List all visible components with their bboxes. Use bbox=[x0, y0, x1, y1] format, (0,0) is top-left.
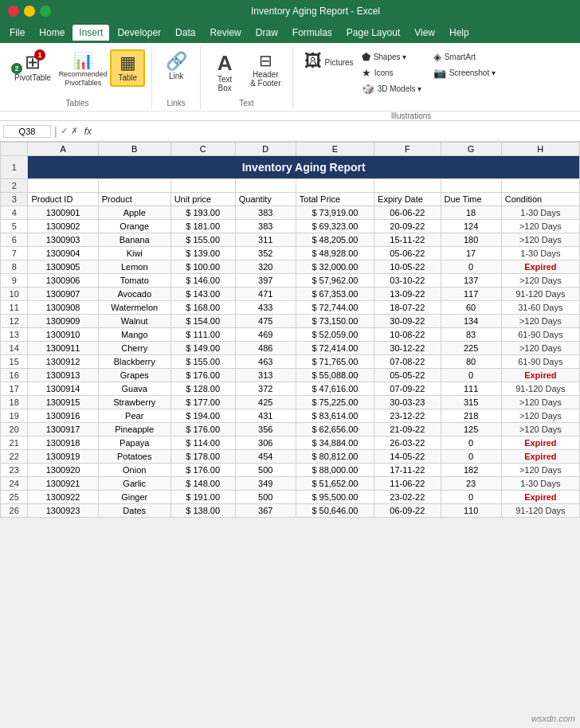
cell-condition[interactable]: >120 Days bbox=[501, 220, 579, 233]
col-e-header[interactable]: E bbox=[296, 143, 374, 156]
cell-product-id[interactable]: 1300914 bbox=[28, 382, 98, 396]
fx-label[interactable]: fx bbox=[84, 126, 92, 137]
cell-unit-price[interactable]: $ 194.00 bbox=[170, 409, 235, 423]
cell-due-time[interactable]: 110 bbox=[441, 504, 501, 518]
cell-condition[interactable]: >120 Days bbox=[501, 396, 579, 409]
cell-product-id[interactable]: 1300907 bbox=[28, 288, 98, 301]
cell-condition[interactable]: 1-30 Days bbox=[501, 206, 579, 220]
cell-unit-price[interactable]: $ 100.00 bbox=[170, 260, 235, 274]
cell-product[interactable]: Avocado bbox=[98, 288, 170, 301]
menu-draw[interactable]: Draw bbox=[249, 25, 284, 41]
cell-quantity[interactable]: 352 bbox=[235, 247, 296, 260]
cell-condition[interactable]: Expired bbox=[501, 491, 579, 504]
cell-product[interactable]: Strawberry bbox=[98, 396, 170, 409]
cell-product[interactable]: Papaya bbox=[98, 436, 170, 450]
cell-product-id[interactable]: 1300902 bbox=[28, 220, 98, 233]
cell-expiry-date[interactable]: 03-10-22 bbox=[374, 274, 441, 288]
cell-condition[interactable]: 91-120 Days bbox=[501, 382, 579, 396]
cell-unit-price[interactable]: $ 114.00 bbox=[170, 436, 235, 450]
cell-quantity[interactable]: 469 bbox=[235, 328, 296, 342]
col-h-header[interactable]: H bbox=[501, 143, 579, 156]
cell-expiry-date[interactable]: 05-06-22 bbox=[374, 247, 441, 260]
cell-product-id[interactable]: 1300908 bbox=[28, 301, 98, 315]
cell-total-price[interactable]: $ 80,812.00 bbox=[296, 450, 374, 464]
cell-product-id[interactable]: 1300920 bbox=[28, 464, 98, 477]
cell-product[interactable]: Potatoes bbox=[98, 450, 170, 464]
cell-quantity[interactable]: 471 bbox=[235, 288, 296, 301]
cell-total-price[interactable]: $ 83,614.00 bbox=[296, 409, 374, 423]
cell-total-price[interactable]: $ 50,646.00 bbox=[296, 504, 374, 518]
cell-product[interactable]: Orange bbox=[98, 220, 170, 233]
cell-due-time[interactable]: 23 bbox=[441, 477, 501, 491]
cell-product-id[interactable]: 1300918 bbox=[28, 436, 98, 450]
cell-product-id[interactable]: 1300919 bbox=[28, 450, 98, 464]
textbox-button[interactable]: A TextBox bbox=[207, 49, 242, 96]
cell-product[interactable]: Kiwi bbox=[98, 247, 170, 260]
table-button[interactable]: ▦ Table bbox=[110, 49, 145, 87]
cell-quantity[interactable]: 463 bbox=[235, 355, 296, 369]
cell-product-id[interactable]: 1300916 bbox=[28, 409, 98, 423]
cell-product[interactable]: Lemon bbox=[98, 260, 170, 274]
cell-expiry-date[interactable]: 30-12-22 bbox=[374, 342, 441, 355]
cell-quantity[interactable]: 500 bbox=[235, 491, 296, 504]
cell-product[interactable]: Apple bbox=[98, 206, 170, 220]
cell-unit-price[interactable]: $ 146.00 bbox=[170, 274, 235, 288]
cell-unit-price[interactable]: $ 148.00 bbox=[170, 477, 235, 491]
cell-condition[interactable]: Expired bbox=[501, 369, 579, 382]
cell-due-time[interactable]: 83 bbox=[441, 328, 501, 342]
cancel-icon[interactable]: ✗ bbox=[71, 126, 78, 136]
cell-quantity[interactable]: 356 bbox=[235, 423, 296, 436]
cell-product[interactable]: Garlic bbox=[98, 477, 170, 491]
menu-data[interactable]: Data bbox=[169, 25, 202, 41]
cell-product[interactable]: Mango bbox=[98, 328, 170, 342]
cell-product-id[interactable]: 1300915 bbox=[28, 396, 98, 409]
menu-pagelayout[interactable]: Page Layout bbox=[340, 25, 406, 41]
cell-product[interactable]: Pineapple bbox=[98, 423, 170, 436]
cell-total-price[interactable]: $ 95,500.00 bbox=[296, 491, 374, 504]
cell-total-price[interactable]: $ 52,059.00 bbox=[296, 328, 374, 342]
cell-condition[interactable]: Expired bbox=[501, 436, 579, 450]
cell-total-price[interactable]: $ 32,000.00 bbox=[296, 260, 374, 274]
cell-product-id[interactable]: 1300906 bbox=[28, 274, 98, 288]
cell-expiry-date[interactable]: 20-09-22 bbox=[374, 220, 441, 233]
menu-insert[interactable]: Insert bbox=[72, 25, 109, 41]
cell-unit-price[interactable]: $ 154.00 bbox=[170, 315, 235, 328]
pivot-table-button[interactable]: ⊞ 1 PivotTable 2 bbox=[10, 49, 56, 85]
menu-formulas[interactable]: Formulas bbox=[286, 25, 339, 41]
cell-product[interactable]: Onion bbox=[98, 464, 170, 477]
cell-total-price[interactable]: $ 72,414.00 bbox=[296, 342, 374, 355]
cell-product-id[interactable]: 1300901 bbox=[28, 206, 98, 220]
col-a-header[interactable]: A bbox=[28, 143, 98, 156]
cell-expiry-date[interactable]: 15-11-22 bbox=[374, 233, 441, 247]
cell-condition[interactable]: 31-60 Days bbox=[501, 301, 579, 315]
3d-models-button[interactable]: 🎲 3D Models ▾ bbox=[359, 81, 430, 96]
cell-total-price[interactable]: $ 75,225.00 bbox=[296, 396, 374, 409]
cell-due-time[interactable]: 117 bbox=[441, 288, 501, 301]
cell-quantity[interactable]: 500 bbox=[235, 464, 296, 477]
cell-quantity[interactable]: 372 bbox=[235, 382, 296, 396]
cell-product-id[interactable]: 1300903 bbox=[28, 233, 98, 247]
cell-product[interactable]: Grapes bbox=[98, 369, 170, 382]
cell-expiry-date[interactable]: 17-11-22 bbox=[374, 464, 441, 477]
cell-product-id[interactable]: 1300910 bbox=[28, 328, 98, 342]
cell-expiry-date[interactable]: 13-09-22 bbox=[374, 288, 441, 301]
cell-quantity[interactable]: 306 bbox=[235, 436, 296, 450]
minimize-button[interactable] bbox=[24, 6, 35, 17]
cell-expiry-date[interactable]: 30-03-23 bbox=[374, 396, 441, 409]
cell-due-time[interactable]: 134 bbox=[441, 315, 501, 328]
cell-expiry-date[interactable]: 07-08-22 bbox=[374, 355, 441, 369]
cell-unit-price[interactable]: $ 138.00 bbox=[170, 504, 235, 518]
cell-expiry-date[interactable]: 18-07-22 bbox=[374, 301, 441, 315]
cell-expiry-date[interactable]: 06-09-22 bbox=[374, 504, 441, 518]
check-icon[interactable]: ✓ bbox=[61, 126, 68, 136]
menu-view[interactable]: View bbox=[408, 25, 441, 41]
cell-due-time[interactable]: 137 bbox=[441, 274, 501, 288]
cell-quantity[interactable]: 431 bbox=[235, 409, 296, 423]
cell-unit-price[interactable]: $ 155.00 bbox=[170, 355, 235, 369]
cell-product[interactable]: Walnut bbox=[98, 315, 170, 328]
cell-total-price[interactable]: $ 73,919.00 bbox=[296, 206, 374, 220]
cell-product[interactable]: Watermelon bbox=[98, 301, 170, 315]
cell-unit-price[interactable]: $ 143.00 bbox=[170, 288, 235, 301]
cell-product-id[interactable]: 1300912 bbox=[28, 355, 98, 369]
cell-expiry-date[interactable]: 10-08-22 bbox=[374, 328, 441, 342]
